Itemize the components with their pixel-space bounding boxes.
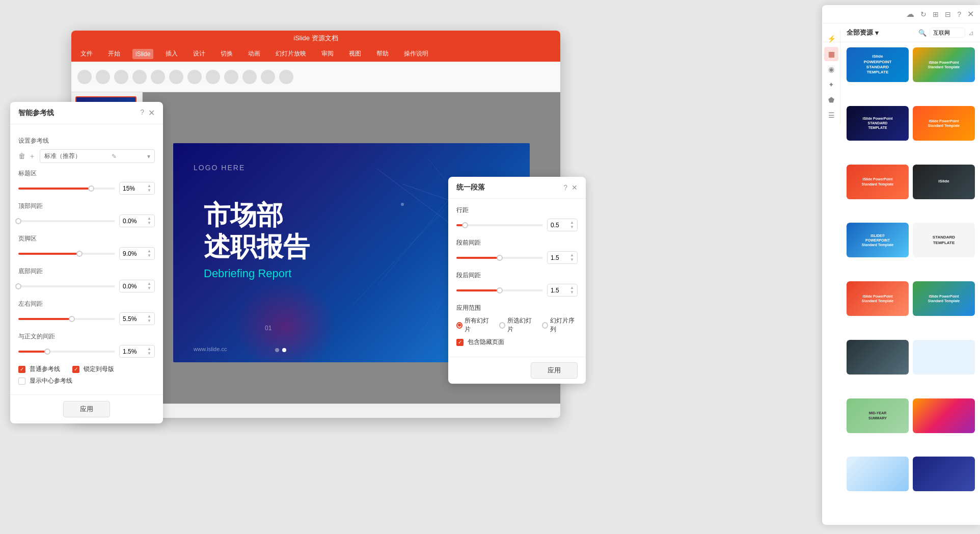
line-spacing-value[interactable]: 0.5 ▲▼	[547, 219, 578, 231]
menu-start[interactable]: 开始	[105, 48, 123, 60]
line-spacing-thumb[interactable]	[462, 222, 468, 228]
close-icon[interactable]: ✕	[148, 108, 155, 118]
template-card-4[interactable]: iSlide PowerPointStandard Template	[913, 106, 975, 161]
before-para-thumb[interactable]	[497, 255, 503, 261]
menu-help[interactable]: 帮助	[373, 48, 392, 60]
template-card-6[interactable]: iSlide	[913, 165, 975, 219]
slide-dot-1[interactable]	[275, 348, 279, 352]
body-gap-thumb[interactable]	[44, 349, 50, 355]
template-card-16[interactable]	[913, 457, 975, 511]
scope-all-radio-item[interactable]: 所有幻灯片	[456, 316, 492, 334]
rp-side-icon-3[interactable]: ◉	[824, 62, 838, 76]
refresh-icon[interactable]: ↻	[920, 10, 927, 18]
scope-all-radio[interactable]	[456, 322, 462, 329]
template-card-11[interactable]	[847, 340, 909, 394]
before-para-track	[456, 257, 500, 259]
rp-close-icon[interactable]: ✕	[967, 9, 974, 19]
bottom-gap-slider[interactable]	[18, 285, 115, 287]
scope-sequence-radio[interactable]	[542, 322, 548, 329]
template-card-8[interactable]: STANDARDTEMPLATE	[913, 223, 975, 277]
grid-icon[interactable]: ⊞	[933, 10, 939, 18]
lr-gap-thumb[interactable]	[69, 316, 75, 322]
unified-para-icons: ? ✕	[563, 183, 578, 192]
toolbar-icon-11	[261, 70, 275, 84]
scope-sequence-radio-item[interactable]: 幻灯片序列	[542, 316, 578, 334]
template-card-9[interactable]: iSlide PowerPointStandard Template	[847, 281, 909, 336]
delete-preset-icon[interactable]: 🗑	[18, 152, 25, 161]
after-para-thumb[interactable]	[497, 287, 503, 293]
up-help-icon[interactable]: ?	[563, 183, 567, 192]
top-gap-thumb[interactable]	[15, 218, 21, 224]
rp-dropdown-icon[interactable]: ▾	[875, 29, 879, 37]
question-icon[interactable]: ?	[957, 10, 961, 18]
add-preset-icon[interactable]: ＋	[29, 152, 36, 161]
cloud-icon[interactable]: ☁	[906, 9, 914, 19]
rp-side-icon-6[interactable]: ☰	[824, 108, 838, 122]
help-icon[interactable]: ?	[140, 108, 144, 118]
template-card-7[interactable]: iSLIDE®POWERPOINTStandard Template	[847, 223, 909, 277]
menu-animation[interactable]: 动画	[245, 48, 263, 60]
title-zone-slider[interactable]	[18, 188, 115, 190]
rp-search-input[interactable]	[930, 28, 965, 38]
footer-zone-value[interactable]: 9.0% ▲▼	[119, 247, 155, 260]
body-gap-slider[interactable]	[18, 351, 115, 353]
edit-icon[interactable]: ✎	[112, 153, 117, 160]
after-para-slider[interactable]	[456, 289, 543, 291]
template-card-2[interactable]: iSlide PowerPointStandard Template	[913, 47, 975, 102]
menu-design[interactable]: 设计	[190, 48, 208, 60]
template-card-1[interactable]: iSlidePOWERPOINTSTANDARDTEMPLATE	[847, 47, 909, 102]
rp-filter-icon[interactable]: ⊿	[968, 29, 974, 37]
smart-guide-apply-button[interactable]: 应用	[63, 401, 110, 417]
footer-zone-thumb[interactable]	[76, 251, 83, 257]
menu-insert[interactable]: 插入	[162, 48, 181, 60]
rp-search: 🔍 ⊿	[918, 28, 974, 38]
rp-side-icon-active[interactable]: ▦	[824, 47, 838, 61]
menu-operations[interactable]: 操作说明	[401, 48, 431, 60]
up-close-icon[interactable]: ✕	[571, 183, 578, 192]
template-card-5[interactable]: iSlide PowerPointStandard Template	[847, 165, 909, 219]
bottom-gap-value[interactable]: 0.0% ▲▼	[119, 280, 155, 292]
template-card-14[interactable]	[913, 398, 975, 453]
body-gap-value[interactable]: 1.5% ▲▼	[119, 345, 155, 358]
menu-slideshow[interactable]: 幻灯片放映	[273, 48, 309, 60]
after-para-value[interactable]: 1.5 ▲▼	[547, 284, 578, 297]
title-zone-thumb[interactable]	[88, 185, 94, 192]
scope-selected-radio-item[interactable]: 所选幻灯片	[499, 316, 535, 334]
center-guide-checkbox[interactable]	[18, 378, 25, 385]
template-card-15[interactable]	[847, 457, 909, 511]
rp-side-icon-4[interactable]: ✦	[824, 77, 838, 92]
template-card-12[interactable]	[913, 340, 975, 394]
lr-gap-slider[interactable]	[18, 318, 115, 320]
bottom-gap-thumb[interactable]	[15, 283, 21, 289]
line-spacing-slider[interactable]	[456, 224, 543, 226]
menu-review[interactable]: 审阅	[318, 48, 337, 60]
menu-file[interactable]: 文件	[77, 48, 96, 60]
resource-panel: ☁ ↻ ⊞ ⊟ ? ✕ ⚡ ▦ ◉ ✦ ⬟ ☰ 全部资源 ▾ 🔍 ⊿ iSlid…	[822, 5, 980, 525]
before-para-slider[interactable]	[456, 257, 543, 259]
top-gap-slider[interactable]	[18, 220, 115, 222]
menu-switch[interactable]: 切换	[217, 48, 236, 60]
preset-select[interactable]: 标准（推荐） ✎ ▾	[40, 149, 155, 163]
rp-side-icon-1[interactable]: ⚡	[824, 32, 838, 46]
unified-para-apply-button[interactable]: 应用	[531, 362, 578, 379]
title-zone-value[interactable]: 15% ▲▼	[119, 182, 155, 195]
scope-selected-radio[interactable]	[499, 322, 505, 329]
template-card-3[interactable]: iSlide PowerPointSTANDARDTEMPLATE	[847, 106, 909, 161]
template-card-13[interactable]: MID-YEARSUMMARY	[847, 398, 909, 453]
menu-view[interactable]: 视图	[346, 48, 364, 60]
slide-dot-2[interactable]	[282, 348, 286, 352]
chevron-down-icon[interactable]: ▾	[147, 153, 150, 160]
body-gap-row: 1.5% ▲▼	[18, 345, 155, 358]
template-card-9-img: iSlide PowerPointStandard Template	[847, 281, 909, 316]
before-para-value[interactable]: 1.5 ▲▼	[547, 251, 578, 264]
lr-gap-value[interactable]: 5.5% ▲▼	[119, 312, 155, 325]
menu-islide[interactable]: iSlide	[132, 49, 153, 59]
grid-alt-icon[interactable]: ⊟	[945, 10, 951, 18]
normal-guide-checkbox[interactable]: ✓	[18, 366, 25, 373]
template-card-10[interactable]: iSlide PowerPointStandard Template	[913, 281, 975, 336]
rp-side-icon-5[interactable]: ⬟	[824, 93, 838, 107]
lock-master-checkbox[interactable]: ✓	[72, 366, 79, 373]
footer-zone-slider[interactable]	[18, 253, 115, 255]
include-hidden-checkbox[interactable]: ✓	[456, 339, 464, 346]
top-gap-value[interactable]: 0.0% ▲▼	[119, 215, 155, 227]
